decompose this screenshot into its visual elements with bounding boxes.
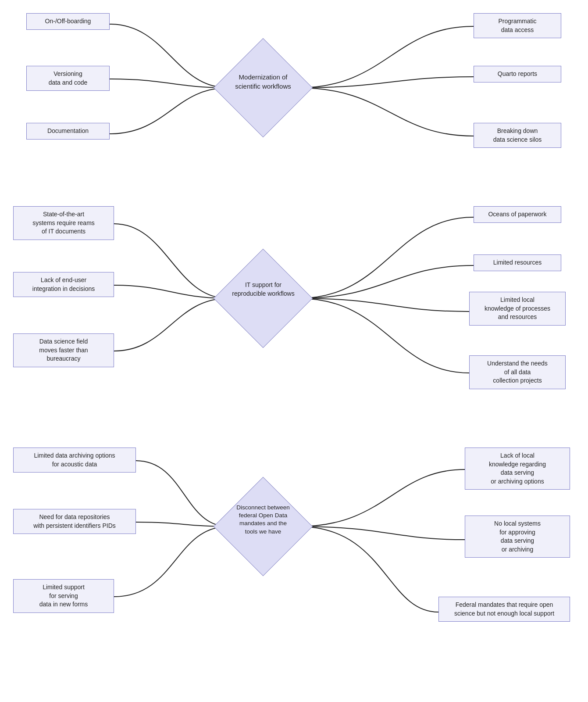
diamond-cluster1 xyxy=(214,38,313,137)
node-state-of-art: State-of-the-artsystems require reamsof … xyxy=(13,206,114,240)
node-quarto-reports: Quarto reports xyxy=(474,66,561,82)
node-programmatic-access: Programmaticdata access xyxy=(474,13,561,38)
node-oceans-paperwork: Oceans of paperwork xyxy=(474,206,561,223)
node-lack-local-knowledge-archiving: Lack of localknowledge regardingdata ser… xyxy=(465,448,570,490)
node-breaking-silos: Breaking downdata science silos xyxy=(474,123,561,148)
node-limited-local-knowledge: Limited localknowledge of processesand r… xyxy=(469,292,566,326)
node-data-science-field: Data science fieldmoves faster thanburea… xyxy=(13,333,114,367)
diamond-cluster2 xyxy=(214,249,313,348)
node-federal-mandates: Federal mandates that require openscienc… xyxy=(438,597,570,622)
node-documentation: Documentation xyxy=(26,123,110,140)
diamond-cluster3 xyxy=(214,477,313,576)
node-limited-archiving: Limited data archiving optionsfor acoust… xyxy=(13,448,136,473)
diagram-container: Modernization ofscientific workflows On-… xyxy=(0,0,588,702)
node-understand-needs: Understand the needsof all datacollectio… xyxy=(469,355,566,389)
node-limited-serving-support: Limited supportfor servingdata in new fo… xyxy=(13,579,114,613)
node-versioning: Versioningdata and code xyxy=(26,66,110,91)
node-onboarding: On-/Off-boarding xyxy=(26,13,110,30)
node-data-repositories: Need for data repositorieswith persisten… xyxy=(13,509,136,534)
node-end-user-integration: Lack of end-userintegration in decisions xyxy=(13,272,114,297)
node-limited-resources: Limited resources xyxy=(474,254,561,271)
node-no-local-systems: No local systemsfor approvingdata servin… xyxy=(465,516,570,558)
